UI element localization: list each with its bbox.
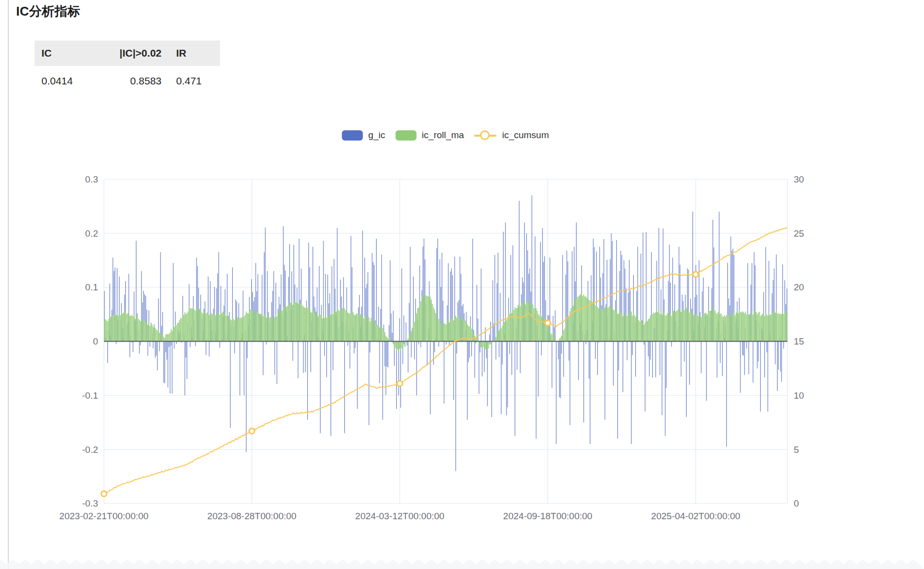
svg-text:5: 5 [794, 445, 799, 455]
svg-text:0: 0 [93, 336, 98, 346]
svg-text:0.1: 0.1 [85, 282, 98, 292]
svg-text:-0.3: -0.3 [82, 498, 98, 508]
svg-text:2023-02-21T00:00:00: 2023-02-21T00:00:00 [60, 511, 149, 521]
svg-text:25: 25 [794, 228, 804, 239]
svg-text:10: 10 [794, 390, 804, 401]
svg-text:2023-08-28T00:00:00: 2023-08-28T00:00:00 [207, 511, 297, 521]
svg-text:-0.2: -0.2 [82, 445, 98, 455]
svg-text:-0.1: -0.1 [82, 390, 98, 401]
svg-text:2024-09-18T00:00:00: 2024-09-18T00:00:00 [503, 511, 592, 521]
svg-text:0: 0 [794, 498, 799, 508]
svg-text:0.2: 0.2 [85, 228, 98, 239]
ic-roll-ma-bars [104, 293, 787, 352]
ic-analysis-panel: IC分析指标 IC |IC|>0.02 IR 0.0414 0.8583 0.4… [0, 0, 924, 569]
svg-text:30: 30 [794, 174, 804, 184]
svg-text:2025-04-02T00:00:00: 2025-04-02T00:00:00 [651, 511, 741, 521]
ic-chart-canvas[interactable]: 0.30.20.10-0.1-0.2-0.33025201510502023-0… [0, 0, 924, 569]
svg-text:20: 20 [794, 282, 804, 292]
svg-text:2024-03-12T00:00:00: 2024-03-12T00:00:00 [355, 511, 444, 521]
g-ic-bars [104, 195, 787, 471]
svg-text:15: 15 [794, 336, 804, 346]
svg-text:0.3: 0.3 [85, 174, 98, 184]
bottom-zigzag-edge [0, 559, 924, 569]
